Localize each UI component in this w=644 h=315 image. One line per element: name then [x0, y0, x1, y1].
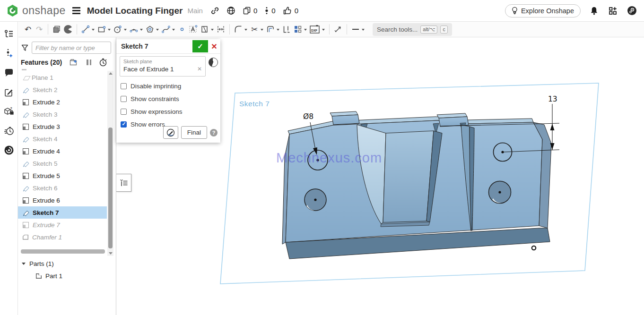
offset-tool-dropdown-chevron[interactable] — [277, 29, 279, 32]
circle-center-point[interactable] — [314, 198, 316, 201]
part-body[interactable] — [282, 111, 551, 259]
diameter-dimension-text[interactable]: Ø8 — [303, 112, 313, 121]
spline-tool-button[interactable] — [160, 23, 172, 35]
suspend-rebuild-icon[interactable] — [87, 60, 91, 65]
pattern-tool-dropdown-chevron[interactable] — [304, 29, 307, 32]
section-view-icon[interactable] — [62, 23, 74, 35]
arc-tool-dropdown-chevron[interactable] — [140, 29, 143, 32]
horizontal-scrollbar-thumb[interactable] — [21, 249, 105, 254]
redo-button[interactable]: ↷ — [34, 23, 45, 35]
scroll-up-arrow[interactable] — [109, 72, 113, 75]
auto-dimension-tool-button[interactable] — [215, 23, 226, 35]
versions-panel-icon[interactable] — [3, 48, 15, 59]
onshape-wordmark[interactable]: onshape — [22, 4, 66, 17]
filter-icon[interactable] — [21, 44, 29, 52]
line-tool-button[interactable] — [80, 23, 91, 35]
show-errors-checkbox[interactable]: Show errors — [121, 121, 165, 128]
feature-item-extrude3[interactable]: Extrude 3 — [18, 120, 107, 133]
feature-item-sketch7[interactable]: Sketch 7 — [18, 206, 107, 219]
polygon-tool-button[interactable] — [144, 23, 156, 35]
apps-grid-icon[interactable] — [607, 5, 618, 17]
height-dimension-text[interactable]: 13 — [548, 95, 557, 103]
circle-tool-dropdown-chevron[interactable] — [124, 29, 127, 32]
show-sketch-only-button[interactable] — [163, 126, 178, 139]
sketch-plane-field[interactable]: Sketch plane Face of Extrude 1 ✕ — [120, 56, 206, 77]
pattern-tool-button[interactable] — [292, 23, 304, 35]
share-link-icon[interactable] — [210, 6, 219, 15]
explore-onshape-button[interactable]: Explore Onshape — [505, 4, 581, 17]
versions-icon[interactable]: 0 — [264, 6, 275, 15]
line-style-button[interactable] — [350, 23, 361, 35]
measure-tool-button[interactable] — [332, 23, 344, 35]
circle-tool-button[interactable] — [112, 23, 123, 35]
use-project-tool-dropdown-chevron[interactable] — [211, 29, 214, 32]
feature-list-icon[interactable] — [3, 28, 15, 40]
dimension-list-flyout-tab[interactable] — [116, 174, 131, 192]
filter-input[interactable] — [32, 42, 111, 54]
rectangle-tool-dropdown-chevron[interactable] — [108, 29, 111, 32]
feature-item-extrude6[interactable]: Extrude 6 — [18, 194, 107, 206]
help-icon[interactable]: ? — [210, 129, 218, 136]
origin-point[interactable] — [532, 246, 536, 250]
final-button[interactable]: Final — [181, 126, 207, 139]
onshape-logo-icon[interactable] — [7, 4, 18, 17]
feature-item-extrude4[interactable]: Extrude 4 — [18, 145, 107, 157]
arc-tool-button[interactable] — [128, 23, 139, 35]
import-dxf-button[interactable]: DXF — [308, 23, 322, 35]
show-expressions-checkbox[interactable]: Show expressions — [121, 108, 183, 115]
feature-item-extrude2[interactable]: Extrude 2 — [18, 96, 107, 108]
line-tool-dropdown-chevron[interactable] — [92, 29, 95, 32]
notifications-bell-icon[interactable] — [588, 5, 600, 17]
show-constraints-checkbox[interactable]: Show constraints — [121, 95, 179, 102]
fillet-tool-button[interactable] — [233, 23, 244, 35]
ai-advisor-icon[interactable] — [626, 5, 637, 17]
document-title[interactable]: Model Locating Finger — [87, 6, 183, 16]
spline-tool-dropdown-chevron[interactable] — [172, 29, 175, 32]
point-tool-button[interactable] — [176, 23, 188, 35]
fillet-tool-dropdown-chevron[interactable] — [244, 29, 247, 32]
use-project-tool-button[interactable] — [199, 23, 210, 35]
suppress-clock-icon[interactable] — [209, 58, 218, 67]
learning-center-icon[interactable] — [3, 145, 15, 156]
shaded-view-icon[interactable] — [51, 23, 62, 35]
part-item-part1[interactable]: Part 1 — [36, 272, 62, 280]
dimension-tool-button[interactable] — [281, 23, 292, 35]
feature-item-sketch4[interactable]: Sketch 4 — [18, 133, 107, 145]
feature-item-sketch5[interactable]: Sketch 5 — [18, 157, 107, 170]
line-style-dropdown-chevron[interactable] — [362, 29, 365, 32]
scroll-down-arrow[interactable] — [109, 252, 113, 255]
feature-item-sketch3[interactable]: Sketch 3 — [18, 108, 107, 120]
clear-selection-icon[interactable]: ✕ — [197, 66, 202, 72]
notes-icon[interactable] — [3, 86, 15, 98]
featurescript-icon[interactable]: ? — [3, 106, 15, 117]
copy-workspace-icon[interactable]: 0 — [243, 6, 257, 15]
import-dxf-dropdown-chevron[interactable] — [322, 29, 325, 32]
circle-center-point[interactable] — [498, 191, 501, 193]
feature-item-extrude7[interactable]: Extrude 7 — [18, 219, 107, 231]
trim-tool-button[interactable]: ✂ — [249, 23, 260, 35]
vertical-scrollbar-thumb[interactable] — [108, 128, 113, 248]
feature-item-sketch6[interactable]: Sketch 6 — [18, 182, 107, 194]
vertical-scrollbar[interactable] — [107, 71, 113, 256]
feature-item-extrude5[interactable]: Extrude 5 — [18, 170, 107, 182]
trim-tool-dropdown-chevron[interactable] — [261, 29, 263, 32]
text-tool-button[interactable] — [188, 23, 199, 35]
comments-icon[interactable] — [3, 67, 15, 78]
workspace-branch[interactable]: Main — [187, 7, 203, 15]
like-icon[interactable]: 0 — [283, 6, 298, 15]
accept-button[interactable] — [192, 40, 208, 52]
feature-item-chamfer1[interactable]: Chamfer 1 — [18, 231, 107, 243]
offset-tool-button[interactable] — [265, 23, 276, 35]
cancel-button[interactable] — [208, 40, 220, 52]
undo-button[interactable]: ↶ — [22, 23, 34, 35]
feature-item-sketch2[interactable]: Sketch 2 — [18, 84, 107, 96]
insert-folder-icon[interactable] — [70, 59, 79, 66]
search-tools-input[interactable]: Search tools... alt/⌥ c — [373, 23, 452, 36]
rectangle-tool-button[interactable] — [96, 23, 107, 35]
performance-icon[interactable] — [3, 125, 15, 136]
document-menu-icon[interactable] — [72, 7, 80, 14]
polygon-tool-dropdown-chevron[interactable] — [156, 29, 159, 32]
parts-section-header[interactable]: Parts (1) — [22, 260, 54, 267]
rollback-timer-icon[interactable] — [99, 58, 107, 67]
disable-imprinting-checkbox[interactable]: Disable imprinting — [121, 83, 181, 90]
